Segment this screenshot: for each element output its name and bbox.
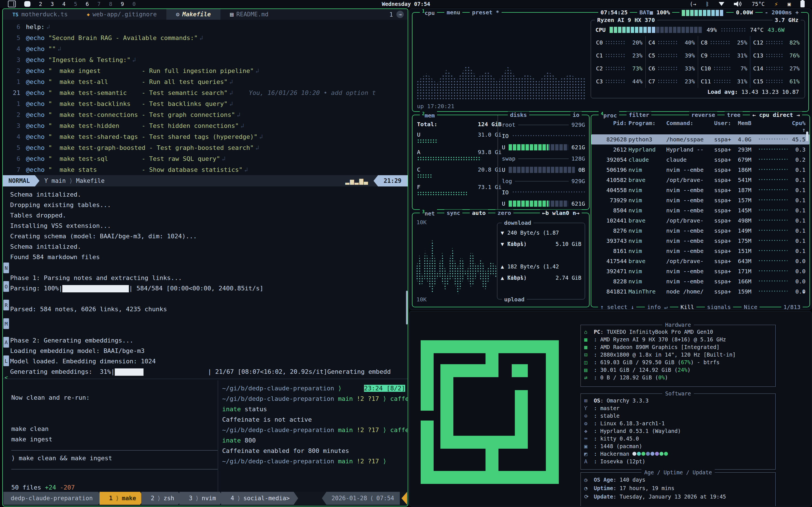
editor-line[interactable]: 4@echo " make test-shared-tags - Test sh… bbox=[3, 131, 408, 142]
shell-pane-right[interactable]: ~/gi/b/dedp-claude-preparation ⟩ 23:24 [… bbox=[218, 380, 408, 494]
terminal-line: Caffeinate is not active bbox=[222, 414, 408, 425]
fetch-row: ◩: Hackerman bbox=[581, 450, 775, 457]
proc-info[interactable]: info ↵ bbox=[645, 304, 670, 310]
proc-tree[interactable]: tree bbox=[725, 112, 743, 118]
editor-tab-motherduck-ts[interactable]: TSmotherduck.ts bbox=[3, 9, 77, 20]
proc-row[interactable]: 404558nvimnvim --embesspa+187M0.1 bbox=[591, 185, 809, 195]
proc-scrollbar[interactable] bbox=[806, 131, 808, 141]
overflow-count: 1 bbox=[389, 11, 393, 18]
separator-line bbox=[11, 463, 218, 469]
editor-line[interactable]: 1@echo " make test-backlinks - Test back… bbox=[3, 98, 408, 109]
proc-row[interactable]: 393743nvimnvim --embesspa+175M0.1 bbox=[591, 236, 809, 246]
tab-cpu[interactable]: 1cpu bbox=[420, 9, 437, 16]
ingest-output-pane[interactable]: Schema initialized.Dropping existing tab… bbox=[10, 189, 407, 378]
core-grid: C020%C123%C273%C344%C440%C539%C633%C723%… bbox=[591, 35, 805, 89]
line-number: 5 bbox=[3, 142, 26, 153]
return-char-icon: ↲ bbox=[257, 133, 263, 140]
proc-row[interactable]: 829628python3/home/sspaesspa+4.0G45.5 bbox=[591, 134, 809, 145]
proc-table: 829628python3/home/sspaesspa+4.0G45.5261… bbox=[591, 134, 809, 297]
zellij-tab-zsh[interactable]: 2⟩zsh bbox=[141, 492, 183, 505]
core-c15: C1561% bbox=[753, 75, 800, 88]
proc-row[interactable]: 410582brave/opt/brave-sspa+541M0.1 bbox=[591, 175, 809, 185]
editor-line[interactable]: 5@echo " make test-graph-boosted - Test … bbox=[3, 142, 408, 153]
proc-nice[interactable]: Nice bbox=[742, 304, 760, 310]
core-usage: 76% bbox=[785, 52, 800, 59]
fetch-row: ◫: 619.03 GiB / 929.50 GiB (67%) - btrfs bbox=[581, 358, 775, 366]
editor-line[interactable]: 2@echo " make test-connections - Test gr… bbox=[3, 109, 408, 120]
editor-line[interactable]: 2@echo " make ingest - Run full ingestio… bbox=[3, 65, 408, 76]
mode-letter: A bbox=[3, 337, 9, 348]
tab-overflow[interactable]: 1→ bbox=[389, 9, 408, 20]
proc-row[interactable]: 417544brave/opt/brave-sspa+643M0.0 bbox=[591, 256, 809, 266]
proc-select[interactable]: ↑ select ↓ bbox=[598, 304, 637, 310]
zellij-tab-nvim[interactable]: 3⟩nvim bbox=[179, 492, 224, 505]
core-c9: C931% bbox=[701, 49, 748, 62]
core-graph bbox=[605, 79, 626, 83]
proc-row[interactable]: 2612HyprlandHyprland --sspa+293M0.3 bbox=[591, 145, 809, 155]
chevron-icon: ⟩ bbox=[157, 495, 161, 502]
editor-line[interactable]: 5@echo "Second Brain RAG - Available com… bbox=[3, 33, 408, 43]
core-name: C3 bbox=[596, 78, 603, 85]
proc-filter[interactable]: filter bbox=[626, 112, 651, 118]
proc-row[interactable]: 73929nvimnvim --embesspa+157M0.1 bbox=[591, 195, 809, 205]
editor-line[interactable]: 21@echo " make test-semantic - Test sema… bbox=[3, 87, 408, 98]
editor-line[interactable]: 7@echo " make stats - Show database stat… bbox=[3, 164, 408, 175]
scroll-down-icon[interactable]: ↓ bbox=[802, 288, 806, 294]
editor-line[interactable]: 6help:↲ bbox=[3, 21, 408, 33]
net-auto-toggle[interactable]: auto bbox=[470, 210, 488, 216]
tab-net[interactable]: 3net bbox=[420, 209, 437, 217]
proc-row[interactable]: 8276nvimnvim --embesspa+149M0.1 bbox=[591, 226, 809, 236]
editor-tab-makefile[interactable]: ⚙Makefile bbox=[166, 9, 220, 20]
zellij-tab-make[interactable]: 1⟩make bbox=[100, 492, 145, 505]
nvim-tabline: TSmotherduck.ts◆web-app/.gitignore⚙Makef… bbox=[3, 9, 408, 20]
fetch-row: ◷OS Age: 140 days bbox=[581, 475, 775, 484]
menu-button[interactable]: menu bbox=[444, 9, 462, 16]
session-name[interactable]: dedp-claude-preparation bbox=[3, 492, 103, 505]
preset-button[interactable]: preset * bbox=[470, 9, 501, 16]
net-interface[interactable]: ←b wlan0 n→ bbox=[540, 210, 581, 216]
disk-used-bar bbox=[509, 167, 575, 173]
editor-line[interactable]: 1@echo " make test-all - Run all test qu… bbox=[3, 76, 408, 87]
proc-kill[interactable]: Kill bbox=[678, 304, 696, 310]
disk-log: log929G bbox=[502, 175, 585, 187]
core-usage: 33% bbox=[680, 65, 695, 72]
proc-row[interactable]: 392471nvimnvim --embesspa+171M0.0 bbox=[591, 266, 809, 276]
software-box: Software ⊞OS: Omarchy 3.3.3Ƴ: master⊙: s… bbox=[580, 393, 776, 469]
proc-row[interactable]: 8228nvimnvim --embesspa+166M0.0 bbox=[591, 276, 809, 286]
disk-used-bar bbox=[509, 144, 568, 151]
editor-tab-readme-md[interactable]: ▤README.md bbox=[220, 9, 278, 20]
shell-pane-left[interactable]: Now clean and re-run:make cleanmake inge… bbox=[3, 380, 225, 492]
overflow-arrow-icon[interactable]: → bbox=[396, 11, 404, 18]
fetch-row: ⊙: stable bbox=[581, 412, 775, 419]
proc-row[interactable]: 8161nvimnvim --embesspa+151M0.1 bbox=[591, 246, 809, 256]
net-zero-toggle[interactable]: zero bbox=[495, 210, 513, 216]
editor-line[interactable]: 3@echo " make test-hidden - Test hidden … bbox=[3, 120, 408, 131]
editor-line[interactable]: 6@echo " make test-sql - Test raw SQL qu… bbox=[3, 153, 408, 164]
tab-proc[interactable]: 4proc bbox=[599, 111, 619, 119]
core-graph bbox=[658, 40, 678, 45]
editor-line[interactable]: 4@echo ""↲ bbox=[3, 43, 408, 54]
proc-signals[interactable]: signals bbox=[705, 304, 733, 310]
proc-sort[interactable]: ← cpu direct → bbox=[750, 112, 802, 118]
btop-window: 1cpu menu preset * 07:54:25 BAT■ 100% 0.… bbox=[409, 8, 811, 310]
refresh-interval[interactable]: - 2000ms + bbox=[763, 9, 801, 16]
editor-line[interactable]: 3@echo "Ingestion & Testing:"↲ bbox=[3, 54, 408, 65]
proc-row[interactable]: 8504nvimnvim --embesspa+145M0.1 bbox=[591, 205, 809, 216]
scrollbar[interactable] bbox=[406, 291, 408, 325]
net-box: 3net sync auto zero ←b wlan0 n→ 10K 10K … bbox=[412, 213, 590, 307]
proc-row[interactable]: 506196nvimnvim --embesspa+186M0.1 bbox=[591, 165, 809, 175]
proc-row[interactable]: 392054claudeclaudesspa+679M0.2 bbox=[591, 155, 809, 165]
cpu-freq: 3.7 GHz bbox=[772, 17, 801, 23]
net-sync-toggle[interactable]: sync bbox=[444, 210, 462, 216]
tab-number: 3 bbox=[189, 495, 193, 502]
editor-tab-web-app-gitignore[interactable]: ◆web-app/.gitignore bbox=[77, 9, 166, 20]
proc-row[interactable]: 841821MainThrenode /home/sspa+159M0.0 bbox=[591, 286, 809, 297]
editor-buffer[interactable]: 6help:↲5@echo "Second Brain RAG - Availa… bbox=[3, 21, 408, 175]
zellij-tab-social-media-[interactable]: 4⟩social-media> bbox=[221, 492, 298, 505]
filetype-icon: TS bbox=[12, 11, 18, 17]
return-char-icon: ↲ bbox=[227, 100, 233, 107]
battery-icon[interactable] bbox=[801, 1, 805, 7]
proc-reverse[interactable]: reverse bbox=[689, 112, 717, 118]
core-usage: 20% bbox=[628, 39, 643, 46]
proc-row[interactable]: 102441brave/opt/brave-sspa+498M0.1 bbox=[591, 216, 809, 226]
